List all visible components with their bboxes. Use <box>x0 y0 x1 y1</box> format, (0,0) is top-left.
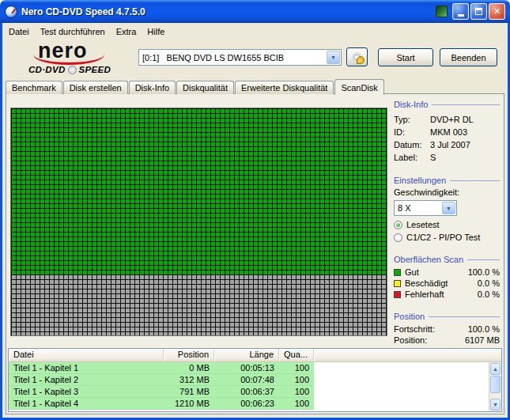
maximize-icon <box>475 8 482 15</box>
product-name: CD·DVD SPEED <box>25 65 138 74</box>
radio-unselected-icon <box>394 233 402 242</box>
burn-button[interactable] <box>346 47 368 66</box>
table-row[interactable]: Titel 1 - Kapitel 4 1210 MB 00:06:23 100 <box>9 398 314 410</box>
cell-datei: Titel 1 - Kapitel 3 <box>9 387 164 396</box>
typ-value: DVD+R DL <box>430 115 474 124</box>
scroll-down-icon[interactable]: ▼ <box>490 399 501 411</box>
cell-qualitaet: 100 <box>279 375 314 384</box>
cell-laenge: 00:07:48 <box>214 375 279 384</box>
header-laenge[interactable]: Länge <box>214 349 279 361</box>
quit-button[interactable]: Beenden <box>440 48 497 66</box>
scan-surface-grid <box>10 108 387 336</box>
good-value: 100.0 % <box>468 267 500 277</box>
bad-value: 0.0 % <box>478 289 500 299</box>
titlebar: Nero CD-DVD Speed 4.7.5.0 ✕ <box>0 0 510 23</box>
id-label: ID: <box>394 127 430 137</box>
settings-title-text: Einstellungen <box>394 176 446 185</box>
progress-label: Fortschritt: <box>394 324 435 334</box>
chevron-down-icon[interactable]: ▼ <box>442 202 455 214</box>
radio-selected-icon <box>394 221 402 229</box>
radio-lesetest[interactable]: Lesetest <box>394 219 500 230</box>
damaged-color-swatch <box>394 280 401 287</box>
unscanned-region <box>11 274 387 335</box>
app-window: Nero CD-DVD Speed 4.7.5.0 ✕ Datei Test d… <box>0 0 510 420</box>
scrollbar-thumb[interactable] <box>490 376 501 393</box>
tab-erweiterte-diskqualitaet[interactable]: Erweiterte Diskqualität <box>235 81 334 94</box>
nero-logo: nero CD·DVD SPEED <box>25 41 138 74</box>
legend-damaged: Beschädigt 0.0 % <box>394 278 500 289</box>
minimize-icon <box>458 14 464 17</box>
cell-qualitaet: 100 <box>279 387 314 396</box>
section-rule <box>450 180 500 181</box>
progress-value: 100.0 % <box>468 324 500 334</box>
tab-disk-erstellen[interactable]: Disk erstellen <box>63 81 128 94</box>
menu-test-durchfuehren[interactable]: Test durchführen <box>35 25 111 38</box>
window-title: Nero CD-DVD Speed 4.7.5.0 <box>21 6 145 17</box>
header-position[interactable]: Position <box>164 349 214 361</box>
product-text-left: CD·DVD <box>28 65 66 74</box>
tab-scandisk[interactable]: ScanDisk <box>334 79 383 95</box>
menu-datei[interactable]: Datei <box>3 25 35 38</box>
section-rule <box>467 259 500 260</box>
maximize-button[interactable] <box>470 3 487 20</box>
menu-hilfe[interactable]: Hilfe <box>142 25 170 38</box>
scanned-good-region <box>11 108 387 274</box>
nero-brand-text: nero <box>25 41 138 61</box>
cell-datei: Titel 1 - Kapitel 4 <box>9 399 164 408</box>
disk-info-row-label: Label: S <box>394 151 500 164</box>
tab-disk-info[interactable]: Disk-Info <box>129 81 176 94</box>
cell-qualitaet: 100 <box>279 399 314 408</box>
good-label: Gut <box>405 267 419 277</box>
position-value: 6107 MB <box>465 335 500 345</box>
tab-diskqualitaet[interactable]: Diskqualität <box>176 81 234 94</box>
cell-position: 0 MB <box>164 363 214 373</box>
cell-datei: Titel 1 - Kapitel 2 <box>9 375 164 384</box>
speed-label: Geschwindigkeit: <box>394 187 500 198</box>
section-rule <box>429 316 500 317</box>
header-qualitaet[interactable]: Qua... <box>279 349 314 361</box>
minimize-button[interactable] <box>452 3 469 20</box>
app-icon <box>5 6 17 18</box>
c1c2-label: C1/C2 - PI/PO Test <box>406 233 480 242</box>
damaged-label: Beschädigt <box>405 278 448 288</box>
product-text-right: SPEED <box>79 65 111 74</box>
lesetest-label: Lesetest <box>406 220 440 229</box>
cell-laenge: 00:06:37 <box>214 387 279 396</box>
cell-position: 312 MB <box>164 375 214 384</box>
close-icon: ✕ <box>493 7 501 16</box>
close-button[interactable]: ✕ <box>489 3 505 20</box>
table-row[interactable]: Titel 1 - Kapitel 2 312 MB 00:07:48 100 <box>9 374 314 386</box>
radio-c1c2-pipo[interactable]: C1/C2 - PI/PO Test <box>394 232 500 243</box>
speed-select[interactable]: 8 X ▼ <box>394 200 457 216</box>
disk-info-section-title: Disk-Info <box>394 99 500 110</box>
chevron-down-icon[interactable]: ▼ <box>327 51 340 64</box>
drive-select-value: [0:1] BENQ DVD LS DW1655 BCIB <box>139 53 284 62</box>
legend-good: Gut 100.0 % <box>394 267 500 278</box>
datum-value: 3 Jul 2007 <box>430 140 470 149</box>
legend-bad: Fehlerhaft 0.0 % <box>394 289 500 300</box>
table-row[interactable]: Titel 1 - Kapitel 1 0 MB 00:05:13 100 <box>9 362 314 374</box>
speedometer-needle-icon <box>11 8 16 13</box>
start-button[interactable]: Start <box>378 48 433 66</box>
cell-position: 791 MB <box>164 387 214 396</box>
titlebar-buttons: ✕ <box>436 3 505 20</box>
bad-label: Fehlerhaft <box>405 289 444 299</box>
bad-color-swatch <box>394 291 401 298</box>
scroll-up-icon[interactable]: ▲ <box>490 363 501 375</box>
burn-icon <box>352 52 362 62</box>
cell-position: 1210 MB <box>164 399 214 408</box>
table-scrollbar[interactable]: ▲ ▼ <box>489 362 501 411</box>
side-panel: Disk-Info Typ: DVD+R DL ID: MKM 003 Datu… <box>394 99 500 357</box>
header-datei[interactable]: Datei <box>9 349 164 361</box>
position-row-progress: Fortschritt: 100.0 % <box>394 324 500 335</box>
menu-extra[interactable]: Extra <box>111 25 142 38</box>
table-row[interactable]: Titel 1 - Kapitel 3 791 MB 00:06:37 100 <box>9 386 314 398</box>
speed-select-value: 8 X <box>395 203 411 213</box>
drive-select[interactable]: [0:1] BENQ DVD LS DW1655 BCIB ▼ <box>138 49 342 66</box>
cell-laenge: 00:06:23 <box>214 399 279 408</box>
green-status-icon[interactable] <box>436 6 448 17</box>
cell-datei: Titel 1 - Kapitel 1 <box>9 363 164 373</box>
tab-benchmark[interactable]: Benchmark <box>6 81 62 94</box>
scrollbar-track[interactable] <box>489 393 501 398</box>
position-section-title: Position <box>394 311 500 322</box>
